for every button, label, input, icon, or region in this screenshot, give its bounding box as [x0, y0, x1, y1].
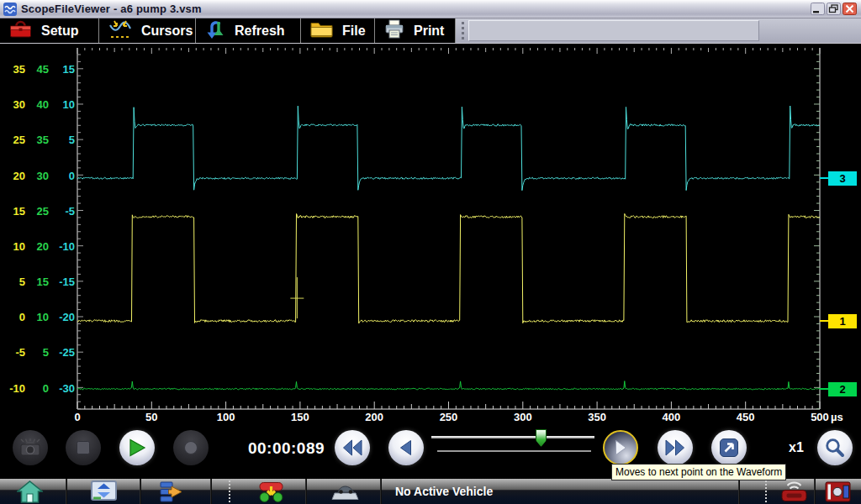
toolbar-button-refresh[interactable]: Refresh	[196, 18, 301, 43]
y-axis-label-ch3: 15	[49, 62, 75, 77]
x-axis-label: 300	[502, 411, 544, 424]
data-exchange-button[interactable]	[91, 480, 117, 504]
minimize-button[interactable]	[811, 3, 825, 15]
y-axis-label-ch1: 30	[0, 97, 25, 113]
x-axis-label: 250	[428, 411, 470, 424]
title-bar: ScopeFileViewer - a6 pump 3.vsm	[0, 0, 861, 18]
vehicle-select-button[interactable]	[257, 480, 285, 504]
y-axis-label-ch2: 15	[24, 275, 49, 290]
y-axis-label-ch1: -5	[0, 345, 25, 360]
printer-icon	[384, 19, 404, 42]
time-display: 00:00:089	[246, 439, 326, 458]
zoom-factor-label: x1	[782, 440, 811, 455]
export-icon	[718, 437, 740, 459]
toolbar-buttons: SetupCursorsRefreshFilePrint	[0, 18, 456, 43]
y-axis-label-ch3: 0	[49, 169, 75, 184]
x-axis-label: 100	[205, 411, 247, 424]
y-axis-label-ch2: 30	[24, 169, 49, 184]
taskbar-separator	[738, 479, 740, 504]
fast-forward-button[interactable]	[658, 430, 693, 465]
toolbar-button-label: Refresh	[235, 24, 285, 39]
window-controls	[811, 3, 857, 15]
play-button[interactable]	[119, 430, 155, 465]
y-axis-label-ch1: 0	[0, 310, 25, 325]
y-axis-label-ch2: 25	[24, 204, 49, 219]
channel-badge-2[interactable]: 2	[828, 382, 857, 396]
step-back-button[interactable]	[388, 430, 424, 465]
y-axis-label-ch2: 45	[24, 62, 49, 77]
taskbar-separator	[380, 479, 382, 504]
y-axis-label-ch1: -10	[0, 381, 25, 396]
active-vehicle-status: No Active Vehicle	[395, 485, 493, 498]
tooltip: Moves to next point on the Waveform	[611, 464, 786, 480]
channel-badge-3[interactable]: 3	[828, 171, 857, 186]
wireless-button[interactable]	[779, 480, 810, 504]
y-axis-label-ch1: 15	[0, 204, 25, 219]
y-axis-label-ch2: 0	[24, 381, 49, 396]
y-axis-label-ch3: -5	[49, 204, 75, 219]
home-button[interactable]	[17, 480, 43, 504]
cursors-icon	[108, 19, 132, 43]
y-axis-label-ch2: 5	[24, 345, 49, 360]
toolbar-empty-panel	[456, 18, 861, 43]
exit-review-button[interactable]	[711, 430, 747, 465]
x-axis-label: 150	[279, 411, 321, 424]
y-axis-label-ch1: 35	[0, 62, 25, 77]
toolbar-button-cursors[interactable]: Cursors	[99, 18, 196, 43]
toolbar-button-label: Print	[414, 24, 444, 39]
record-button[interactable]	[173, 430, 209, 465]
taskbar-separator	[814, 479, 816, 504]
waveform-cursor[interactable]	[290, 277, 304, 318]
close-button[interactable]	[843, 3, 857, 15]
record-icon	[181, 438, 201, 458]
snapshot-button[interactable]	[13, 430, 48, 465]
waveform-plot[interactable]	[0, 44, 861, 426]
y-axis-label-ch1: 25	[0, 133, 25, 148]
x-axis-label: 350	[576, 411, 618, 424]
channel-badge-leader	[820, 177, 828, 179]
toolbar-button-label: Cursors	[141, 24, 193, 39]
step-back-icon	[397, 438, 415, 457]
toolbar-button-label: File	[342, 24, 366, 39]
restore-button[interactable]	[827, 3, 841, 15]
y-axis-label-ch3: -15	[49, 275, 75, 290]
y-axis-label-ch3: -10	[49, 239, 75, 255]
stop-button[interactable]	[66, 430, 101, 465]
toolbar-grip	[462, 22, 464, 39]
folder-icon	[310, 20, 333, 41]
toolbar-button-print[interactable]: Print	[375, 18, 456, 43]
forms-button[interactable]	[160, 480, 184, 504]
module-status-button[interactable]	[824, 480, 852, 504]
position-slider-thumb[interactable]	[536, 429, 547, 447]
y-axis-label-ch3: 10	[49, 97, 75, 113]
taskbar-dotted-separator	[765, 480, 767, 502]
rewind-icon	[341, 438, 363, 457]
magnifier-icon	[824, 437, 847, 459]
vehicle-data-button[interactable]	[331, 480, 359, 504]
x-axis-label: 450	[725, 411, 767, 424]
y-axis-label-ch3: 5	[49, 133, 75, 148]
channel-badge-leader	[820, 388, 828, 390]
toolbar: SetupCursorsRefreshFilePrint	[0, 18, 861, 44]
toolbar-button-file[interactable]: File	[301, 18, 375, 43]
y-axis-label-ch3: -30	[49, 381, 75, 396]
toolbar-button-setup[interactable]: Setup	[0, 18, 99, 43]
y-axis-label-ch1: 5	[0, 275, 25, 290]
channel-badge-leader	[820, 320, 828, 322]
zoom-button[interactable]	[817, 430, 853, 465]
y-axis-label-ch3: -20	[49, 310, 75, 325]
stop-icon	[73, 438, 93, 458]
x-axis-label: 200	[353, 411, 395, 424]
x-axis-label: 50	[130, 411, 172, 424]
x-axis-label: 0	[56, 411, 98, 424]
taskbar-separator	[210, 479, 212, 504]
taskbar-separator	[66, 479, 67, 504]
rewind-button[interactable]	[335, 430, 370, 465]
scope-display: 35302520151050-5-10454035302520151050151…	[0, 44, 861, 426]
position-slider-track[interactable]	[431, 436, 594, 438]
y-axis-label-ch2: 10	[24, 310, 49, 325]
step-forward-button[interactable]	[603, 430, 638, 465]
y-axis-label-ch1: 10	[0, 239, 25, 255]
position-slider-groove	[437, 450, 591, 452]
channel-badge-1[interactable]: 1	[828, 314, 857, 328]
